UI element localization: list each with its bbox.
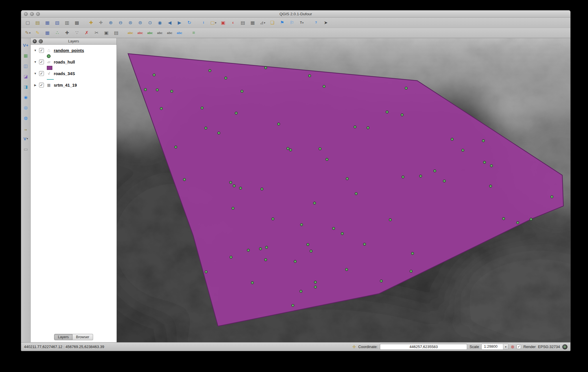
whats-this-button[interactable]: ➤ — [321, 19, 330, 27]
zoom-to-layer-button[interactable]: ⊙ — [145, 19, 155, 27]
move-label-button[interactable]: abc — [155, 29, 164, 37]
add-postgis-layer-button[interactable]: ◫ — [22, 62, 29, 69]
save-layer-edits-button[interactable]: ▦ — [43, 29, 52, 37]
mouse-position-icon[interactable]: ✛ — [352, 345, 356, 349]
titlebar[interactable]: QGIS 2.0.1-Dufour — [21, 10, 570, 18]
text-annotation-button[interactable]: T▾ — [297, 19, 306, 27]
help-button[interactable]: ? — [311, 19, 321, 27]
random-point — [367, 127, 369, 129]
add-wcs-layer-button[interactable]: ◎ — [22, 104, 29, 111]
toggle-editing-icon: ✎ — [36, 31, 39, 35]
layer-row-roads-hull[interactable]: ▼✓▱roads_hull — [31, 59, 117, 65]
new-bookmark-button[interactable]: ⚑ — [278, 19, 287, 27]
paste-features-icon: ▤ — [114, 31, 118, 35]
current-edits-button[interactable]: ✎▾ — [23, 29, 32, 37]
measure-button[interactable]: ⊿▾ — [258, 19, 267, 27]
zoom-native-button[interactable]: ⊛ — [126, 19, 135, 27]
pin-labels-button[interactable]: abc — [136, 29, 145, 37]
zoom-window-button[interactable] — [36, 12, 40, 16]
open-project-icon: ▤ — [35, 21, 40, 25]
layer-row-roads-34s[interactable]: ▼✓√roads_34S — [31, 70, 117, 77]
label-engine-options-button[interactable]: ≡ — [189, 29, 198, 37]
node-tool-button[interactable]: ∵ — [72, 29, 82, 37]
stop-render-icon[interactable]: ⊗ — [511, 345, 515, 349]
show-bookmarks-button[interactable]: ⚐ — [287, 19, 297, 27]
expand-collapse-icon[interactable]: ▼ — [34, 72, 37, 75]
panel-close-button[interactable]: × — [33, 39, 37, 43]
scale-dropdown-arrow-icon[interactable]: ▾ — [503, 344, 508, 349]
node-tool-icon: ∵ — [75, 31, 78, 35]
zoom-last-button[interactable]: ◀ — [165, 19, 174, 27]
add-wfs-layer-button[interactable]: ◍ — [22, 114, 29, 121]
new-project-button[interactable]: ▢ — [23, 19, 32, 27]
identify-features-button[interactable]: i — [199, 19, 208, 27]
save-project-button[interactable]: ▦ — [43, 19, 52, 27]
add-delimited-text-layer-button[interactable]: ,, — [22, 125, 29, 132]
rotate-label-button[interactable]: abc — [165, 29, 174, 37]
add-raster-layer-button[interactable]: ▦ — [22, 52, 29, 59]
add-feature-button[interactable]: ∴ — [53, 29, 62, 37]
cut-features-button[interactable]: ✂ — [92, 29, 101, 37]
new-print-composer-button[interactable]: ▥ — [62, 19, 72, 27]
crs-status-icon[interactable]: ⊕ — [562, 344, 567, 349]
move-feature-icon: ✚ — [65, 31, 69, 35]
pan-map-button[interactable]: ✚ — [86, 19, 96, 27]
pan-to-selection-button[interactable]: ✚ — [96, 19, 106, 27]
expand-collapse-icon[interactable]: ▶ — [34, 83, 37, 87]
highlight-pinned-labels-button[interactable]: abc — [145, 29, 155, 37]
labeling-button[interactable]: abc — [126, 29, 135, 37]
composer-manager-button[interactable]: ▩ — [72, 19, 82, 27]
layer-visibility-checkbox[interactable]: ✓ — [39, 71, 44, 76]
new-shapefile-layer-button[interactable]: V▾ — [22, 135, 29, 142]
open-project-button[interactable]: ▤ — [33, 19, 42, 27]
zoom-to-selection-button[interactable]: ◉ — [155, 19, 164, 27]
zoom-full-icon: ⊚ — [138, 21, 142, 25]
minimize-window-button[interactable] — [30, 12, 34, 16]
layer-row-srtm-41-19[interactable]: ▶✓▦srtm_41_19 — [31, 82, 117, 88]
field-calculator-button[interactable]: ▦ — [248, 19, 257, 27]
add-mssql-layer-button[interactable]: ◨ — [22, 83, 29, 90]
copy-features-button[interactable]: ▣ — [102, 29, 111, 37]
remove-layer-button[interactable]: ▭ — [22, 146, 29, 152]
layer-visibility-checkbox[interactable]: ✓ — [39, 59, 44, 64]
panel-tab-layers[interactable]: Layers — [54, 334, 73, 340]
layer-row-random-points[interactable]: ▼✓∴random_points — [31, 47, 117, 54]
add-vector-layer-button[interactable]: V+ — [22, 42, 29, 49]
delete-selected-button[interactable]: ✗ — [82, 29, 91, 37]
panel-tab-browser[interactable]: Browser — [73, 334, 93, 340]
layer-name: roads_34S — [54, 71, 75, 76]
render-checkbox[interactable]: ✓ — [517, 345, 521, 349]
select-by-expression-button[interactable]: ε — [228, 19, 238, 27]
scale-combo[interactable]: 1:29800 ▾ — [481, 344, 509, 350]
layer-visibility-checkbox[interactable]: ✓ — [39, 83, 44, 88]
panel-float-button[interactable]: ◱ — [39, 39, 43, 43]
add-wms-layer-button[interactable]: ◉ — [22, 94, 29, 101]
paste-features-button[interactable]: ▤ — [112, 29, 121, 37]
map-tips-button[interactable]: ❏ — [268, 19, 277, 27]
remove-layer-icon: ▭ — [24, 147, 28, 151]
random-point — [233, 185, 236, 187]
add-spatialite-layer-icon: ◪ — [24, 74, 28, 79]
zoom-in-button[interactable]: ⊕ — [106, 19, 115, 27]
move-feature-button[interactable]: ✚ — [62, 29, 72, 37]
coordinate-input[interactable] — [380, 344, 467, 350]
toggle-editing-button[interactable]: ✎ — [33, 29, 42, 37]
save-project-as-button[interactable]: ▧ — [53, 19, 62, 27]
expand-collapse-icon[interactable]: ▼ — [34, 60, 37, 64]
layer-visibility-checkbox[interactable]: ✓ — [39, 48, 44, 53]
add-spatialite-layer-button[interactable]: ◪ — [22, 73, 29, 80]
zoom-next-button[interactable]: ▶ — [175, 19, 184, 27]
refresh-map-button[interactable]: ↻ — [185, 19, 194, 27]
select-features-button[interactable]: ▢▾ — [209, 19, 218, 27]
close-window-button[interactable] — [24, 12, 28, 16]
random-point — [489, 185, 492, 187]
map-canvas[interactable] — [117, 38, 570, 342]
change-label-button[interactable]: abc — [175, 29, 184, 37]
expand-collapse-icon[interactable]: ▼ — [34, 49, 37, 52]
random-point — [354, 126, 356, 128]
zoom-full-button[interactable]: ⊚ — [136, 19, 145, 27]
open-attribute-table-button[interactable]: ▤ — [238, 19, 247, 27]
add-feature-icon: ∴ — [56, 31, 59, 35]
deselect-features-button[interactable]: ▣ — [219, 19, 228, 27]
zoom-out-button[interactable]: ⊖ — [116, 19, 125, 27]
